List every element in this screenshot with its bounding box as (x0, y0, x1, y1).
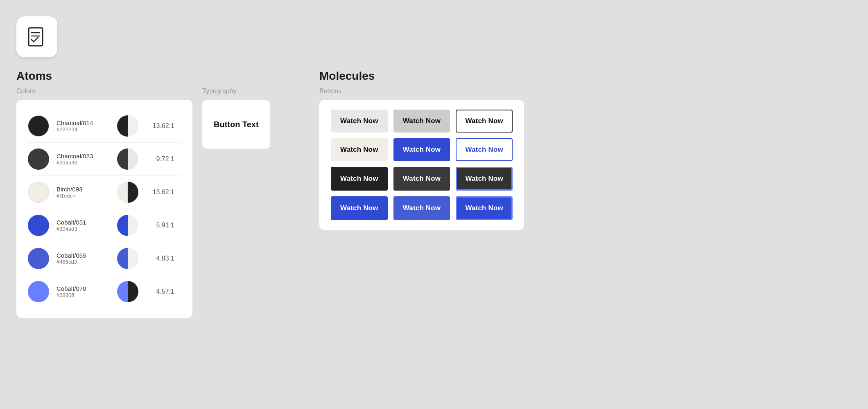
watch-now-button-dark-2[interactable]: Watch Now (393, 167, 450, 191)
atoms-title: Atoms (16, 70, 287, 83)
contrast-cobalt055: 4.83:1 (146, 255, 174, 262)
watch-now-button-outline-dark[interactable]: Watch Now (456, 110, 513, 133)
molecules-title: Molecules (319, 70, 524, 83)
color-swatch-cobalt051 (28, 215, 49, 236)
buttons-card: Watch Now Watch Now Watch Now Watch Now … (319, 100, 524, 230)
color-name-charcoal023: Charcoal/023 #3a3a3d (57, 153, 110, 166)
atoms-panels: Colors Charcoal/014 #222224 13.62 (16, 88, 287, 318)
typography-column: Typography Button Text (202, 88, 270, 149)
typography-preview: Button Text (214, 120, 259, 129)
color-name-birch093: Birch/093 #f1ede7 (57, 186, 110, 199)
colors-card: Charcoal/014 #222224 13.62:1 Ch (16, 100, 192, 318)
color-row-charcoal014: Charcoal/014 #222224 13.62:1 (28, 110, 181, 142)
color-row-cobalt070: Cobalt/070 #6880ff 4.57:1 (28, 275, 181, 308)
half-circle-birch093 (117, 182, 138, 203)
half-circle-cobalt051 (117, 215, 138, 236)
color-name-cobalt055: Cobalt/055 #465cd3 (57, 252, 110, 265)
contrast-birch093: 13.62:1 (146, 189, 174, 196)
color-row-birch093: Birch/093 #f1ede7 13.62:1 (28, 175, 181, 209)
app-icon (16, 16, 57, 57)
color-name-cobalt070: Cobalt/070 #6880ff (57, 285, 110, 298)
atoms-section: Atoms Colors Charcoal/014 #222224 (16, 70, 287, 318)
watch-now-button-gray-light[interactable]: Watch Now (331, 110, 388, 133)
watch-now-button-dark-outline[interactable]: Watch Now (456, 167, 513, 191)
colors-label: Colors (16, 88, 192, 95)
watch-now-button-cobalt-2[interactable]: Watch Now (393, 196, 450, 220)
half-circle-charcoal014 (117, 115, 138, 137)
contrast-charcoal023: 9.72:1 (146, 155, 174, 163)
contrast-cobalt070: 4.57:1 (146, 288, 174, 295)
svg-rect-0 (29, 28, 43, 46)
color-swatch-charcoal023 (28, 148, 49, 170)
watch-now-button-cobalt-outline[interactable]: Watch Now (456, 196, 513, 220)
colors-column: Colors Charcoal/014 #222224 13.62 (16, 88, 192, 318)
typography-card: Button Text (202, 100, 270, 149)
half-circle-cobalt070 (117, 281, 138, 302)
buttons-grid: Watch Now Watch Now Watch Now Watch Now … (331, 110, 513, 220)
watch-now-button-blue-outline[interactable]: Watch Now (456, 138, 513, 161)
contrast-charcoal014: 13.62:1 (146, 122, 174, 130)
color-swatch-birch093 (28, 182, 49, 203)
typography-label: Typography (202, 88, 270, 95)
main-layout: Atoms Colors Charcoal/014 #222224 (16, 70, 852, 318)
color-name-charcoal014: Charcoal/014 #222224 (57, 119, 110, 133)
watch-now-button-cream[interactable]: Watch Now (331, 138, 388, 161)
watch-now-button-blue-solid[interactable]: Watch Now (393, 138, 450, 161)
half-circle-cobalt055 (117, 248, 138, 269)
buttons-label: Buttons (319, 88, 524, 95)
molecules-section: Molecules Buttons Watch Now Watch Now Wa… (319, 70, 524, 230)
color-name-cobalt051: Cobalt/051 #304ad3 (57, 219, 110, 232)
color-row-cobalt051: Cobalt/051 #304ad3 5.91:1 (28, 209, 181, 242)
watch-now-button-cobalt-1[interactable]: Watch Now (331, 196, 388, 220)
watch-now-button-gray-mid[interactable]: Watch Now (393, 110, 450, 133)
contrast-cobalt051: 5.91:1 (146, 222, 174, 229)
color-swatch-charcoal014 (28, 115, 49, 137)
color-row-charcoal023: Charcoal/023 #3a3a3d 9.72:1 (28, 142, 181, 175)
color-row-cobalt055: Cobalt/055 #465cd3 4.83:1 (28, 242, 181, 275)
half-circle-charcoal023 (117, 148, 138, 170)
watch-now-button-dark-1[interactable]: Watch Now (331, 167, 388, 191)
color-swatch-cobalt070 (28, 281, 49, 302)
color-swatch-cobalt055 (28, 248, 49, 269)
